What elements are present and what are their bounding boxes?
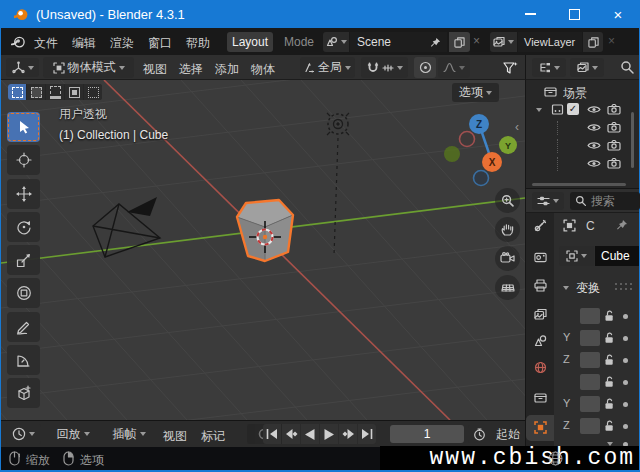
select-invert-mode[interactable]: [65, 84, 83, 100]
transform-row-location-y[interactable]: Y: [553, 330, 639, 346]
hide-eye-icon[interactable]: [587, 140, 601, 151]
tool-measure[interactable]: [7, 345, 40, 375]
timeline-menu-view[interactable]: 视图: [163, 428, 187, 445]
tool-scale[interactable]: [7, 245, 40, 275]
animate-dot[interactable]: [623, 314, 628, 319]
object-browse-button[interactable]: [559, 246, 594, 266]
prev-keyframe-button[interactable]: [282, 424, 300, 444]
jump-to-start-button[interactable]: [263, 424, 281, 444]
tab-world-icon[interactable]: [534, 361, 547, 374]
maximize-button[interactable]: [552, 0, 596, 28]
pin-icon[interactable]: [616, 219, 628, 231]
scene-new-button[interactable]: [449, 32, 470, 52]
search-icon[interactable]: [620, 60, 635, 75]
menu-edit[interactable]: 编辑: [72, 35, 96, 52]
scene-unlink-button[interactable]: ×: [473, 34, 480, 48]
proportional-falloff-dropdown[interactable]: [438, 57, 470, 78]
tab-tool-icon[interactable]: [534, 219, 547, 232]
select-intersect-mode[interactable]: [84, 84, 102, 100]
tool-move[interactable]: [7, 179, 40, 209]
collection-checkbox[interactable]: ✓: [567, 103, 579, 115]
outliner-row-scene-collection[interactable]: 场景集合: [526, 83, 639, 101]
render-visibility-icon[interactable]: [607, 139, 621, 151]
tab-output-icon[interactable]: [534, 279, 547, 292]
value-field[interactable]: [580, 308, 600, 324]
tab-collection-icon[interactable]: [534, 391, 547, 404]
properties-search-field[interactable]: 搜索: [570, 192, 640, 210]
hide-eye-icon[interactable]: [587, 122, 601, 133]
transform-row-location-z[interactable]: Z: [553, 352, 639, 368]
lock-icon[interactable]: [604, 420, 615, 432]
lock-icon[interactable]: [604, 376, 615, 388]
viewlayer-name-field[interactable]: ViewLayer: [518, 32, 582, 52]
scene-name-field[interactable]: Scene: [350, 32, 447, 52]
navigation-gizmo[interactable]: Z Y X: [437, 95, 525, 191]
outliner-display-mode-button[interactable]: [570, 58, 604, 77]
properties-editor-type-button[interactable]: [532, 192, 564, 210]
viewport[interactable]: 选项 用户透视 (1) Collection | Cube: [1, 80, 525, 420]
menu-help[interactable]: 帮助: [186, 35, 210, 52]
lock-icon[interactable]: [604, 398, 615, 410]
gizmo-neg-z[interactable]: [474, 171, 489, 186]
lock-icon[interactable]: [604, 310, 615, 322]
pan-view-button[interactable]: [495, 217, 520, 242]
transform-row-rotation-z[interactable]: Z: [553, 418, 639, 434]
frame-start-field[interactable]: 起始: [491, 425, 525, 443]
tab-scene-icon[interactable]: [534, 334, 547, 347]
timeline-editor-type-button[interactable]: [6, 424, 41, 444]
outliner-row-object[interactable]: [526, 137, 639, 155]
animate-dot[interactable]: [623, 402, 628, 407]
render-visibility-icon[interactable]: [607, 103, 621, 115]
transform-row-rotation-y[interactable]: Y: [553, 396, 639, 412]
workspace-tab-layout[interactable]: Layout: [227, 32, 273, 52]
workspace-tab-modeling[interactable]: Mode: [284, 35, 314, 49]
proportional-edit-toggle[interactable]: [414, 57, 436, 78]
mode-dropdown[interactable]: 物体模式: [43, 57, 134, 78]
menu-select[interactable]: 选择: [179, 61, 203, 78]
expand-chevron-icon[interactable]: [536, 108, 542, 112]
object-name-field[interactable]: Cube: [595, 246, 639, 266]
outliner-row-object[interactable]: [526, 155, 639, 173]
transform-orientation-dropdown[interactable]: 全局: [300, 57, 355, 78]
value-field[interactable]: [580, 396, 600, 412]
animate-dot[interactable]: [623, 424, 628, 429]
next-keyframe-button[interactable]: [339, 424, 357, 444]
animate-dot[interactable]: [623, 380, 628, 385]
camera-view-button[interactable]: [495, 246, 520, 271]
pin-icon[interactable]: [430, 37, 441, 48]
outliner-vscrollbar[interactable]: [631, 112, 634, 168]
value-field[interactable]: [580, 352, 600, 368]
tool-annotate[interactable]: [7, 312, 40, 342]
jump-to-end-button[interactable]: [358, 424, 376, 444]
render-visibility-icon[interactable]: [607, 121, 621, 133]
zoom-view-button[interactable]: [495, 188, 520, 213]
blender-menu-icon[interactable]: [10, 34, 26, 50]
outliner-filter-button[interactable]: [532, 58, 566, 77]
tab-viewlayer-icon[interactable]: [534, 308, 547, 321]
timeline-menu-marker[interactable]: 标记: [201, 428, 225, 445]
tool-cursor[interactable]: [7, 145, 40, 175]
viewlayer-new-button[interactable]: [583, 32, 603, 52]
select-subtract-mode[interactable]: [46, 84, 64, 100]
timeline-menu-playback[interactable]: 回放: [47, 424, 99, 444]
select-extend-mode[interactable]: [27, 84, 45, 100]
menu-render[interactable]: 渲染: [110, 35, 134, 52]
menu-file[interactable]: 文件: [34, 35, 58, 52]
menu-object[interactable]: 物体: [251, 61, 275, 78]
hide-eye-icon[interactable]: [587, 158, 601, 169]
outliner-row-collection[interactable]: ✓: [526, 101, 639, 119]
play-button[interactable]: [320, 424, 338, 444]
tool-add-cube[interactable]: [7, 378, 40, 408]
transform-row-rotation-x[interactable]: [553, 374, 639, 390]
use-preview-range-toggle[interactable]: [468, 425, 490, 443]
snap-toggle[interactable]: [361, 57, 408, 78]
outliner-hscrollbar[interactable]: [532, 183, 626, 186]
select-set-mode[interactable]: [8, 84, 26, 100]
outliner-row-object[interactable]: [526, 119, 639, 137]
current-frame-field[interactable]: 1: [390, 425, 464, 443]
tool-transform[interactable]: [7, 278, 40, 308]
tool-rotate[interactable]: [7, 212, 40, 242]
value-field[interactable]: [580, 330, 600, 346]
close-button[interactable]: ×: [596, 0, 640, 28]
transform-panel-title[interactable]: 变换: [576, 280, 600, 297]
